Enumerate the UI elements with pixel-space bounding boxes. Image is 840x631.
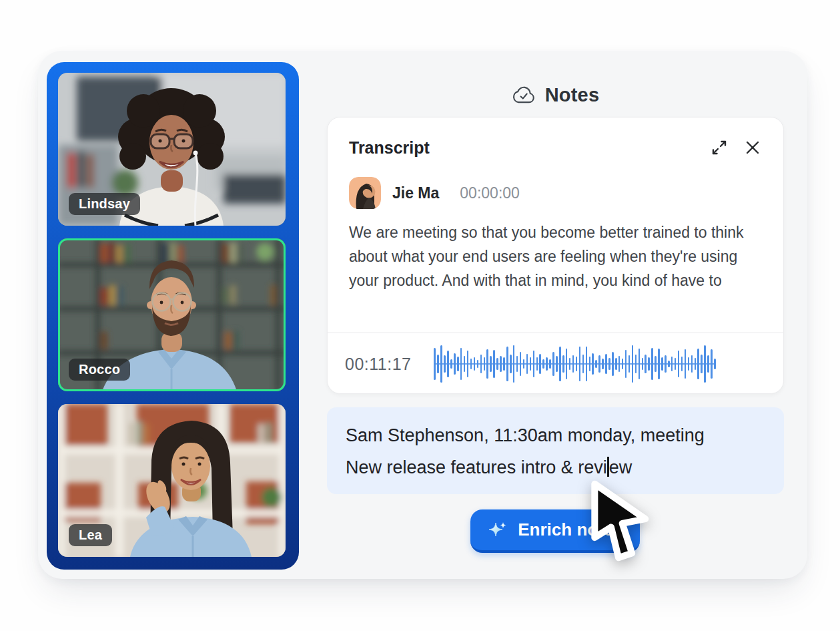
cloud-check-icon [512, 85, 536, 104]
meeting-notes-window: Lindsay [38, 51, 807, 579]
waveform[interactable] [434, 344, 716, 384]
expand-icon[interactable] [710, 138, 729, 157]
video-tile-lindsay[interactable]: Lindsay [58, 73, 286, 226]
transcript-card: Transcript [327, 117, 784, 394]
participant-name-tag: Rocco [69, 359, 130, 381]
sparkle-icon [487, 519, 508, 541]
video-tile-lea[interactable]: Lea [58, 404, 286, 557]
transcript-text: We are meeting so that you become better… [349, 220, 763, 292]
video-participants-panel: Lindsay [47, 62, 299, 570]
transcript-title: Transcript [349, 138, 430, 158]
notes-panel-header: Notes [327, 80, 784, 110]
note-line-1: Sam Stephenson, 11:30am monday, meeting [346, 419, 765, 451]
notes-panel-title: Notes [545, 84, 600, 106]
speaker-avatar [349, 177, 381, 209]
transcript-card-header: Transcript [349, 136, 762, 159]
notes-editor[interactable]: Sam Stephenson, 11:30am monday, meeting … [327, 407, 784, 494]
participant-name-tag: Lindsay [69, 193, 140, 215]
transcript-speaker-row: Jie Ma 00:00:00 [349, 177, 520, 209]
enrich-notes-label: Enrich notes [518, 519, 622, 540]
video-tile-rocco-active-speaker[interactable]: Rocco [58, 238, 286, 391]
close-icon[interactable] [743, 138, 762, 157]
speaker-name: Jie Ma [392, 184, 439, 202]
speaker-timestamp: 00:00:00 [460, 184, 520, 202]
note-line-2: New release features intro & review [346, 451, 765, 483]
playback-time: 00:11:17 [345, 355, 411, 374]
enrich-notes-button[interactable]: Enrich notes [470, 509, 640, 553]
participant-name-tag: Lea [69, 524, 112, 546]
audio-playback-row: 00:11:17 [328, 333, 783, 395]
